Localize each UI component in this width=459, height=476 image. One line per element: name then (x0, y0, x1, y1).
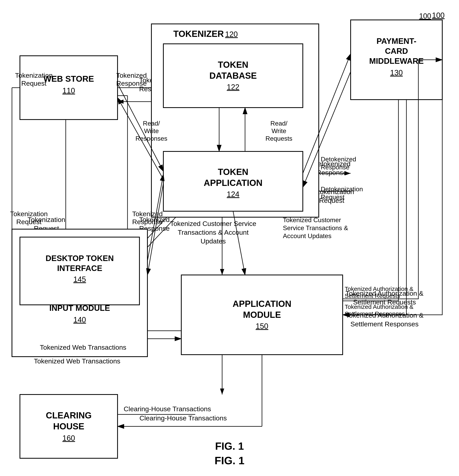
svg-text:Settlement Responses: Settlement Responses (345, 310, 405, 317)
svg-text:TOKENIZER: TOKENIZER (173, 29, 224, 39)
svg-text:Tokenized Web Transactions: Tokenized Web Transactions (40, 343, 126, 351)
svg-text:Read/: Read/ (270, 120, 288, 127)
svg-text:150: 150 (255, 322, 268, 330)
svg-text:PAYMENT-: PAYMENT- (376, 37, 416, 45)
svg-text:140: 140 (73, 316, 86, 324)
svg-text:Request: Request (21, 79, 47, 87)
svg-text:160: 160 (62, 434, 75, 442)
svg-text:Tokenized: Tokenized (132, 210, 162, 218)
svg-text:124: 124 (227, 190, 239, 198)
svg-text:Clearing-House Transactions: Clearing-House Transactions (139, 414, 227, 422)
svg-text:Tokenized: Tokenized (116, 72, 147, 79)
svg-text:Response: Response (116, 79, 147, 87)
svg-text:FIG. 1: FIG. 1 (214, 454, 245, 467)
svg-line-67 (233, 211, 245, 275)
svg-text:120: 120 (225, 30, 238, 38)
svg-text:Tokenized Authorization &: Tokenized Authorization & (345, 286, 413, 292)
svg-text:APPLICATION: APPLICATION (233, 299, 291, 309)
svg-text:Read/: Read/ (143, 120, 160, 127)
svg-text:145: 145 (73, 275, 86, 283)
svg-text:Request: Request (321, 194, 344, 201)
svg-text:Responses: Responses (136, 135, 167, 142)
svg-text:Tokenization: Tokenization (15, 72, 53, 79)
svg-text:Requests: Requests (265, 135, 292, 142)
svg-text:Detokenized: Detokenized (321, 156, 356, 163)
svg-text:130: 130 (390, 68, 403, 77)
svg-text:INPUT MODULE: INPUT MODULE (49, 304, 110, 312)
svg-text:Settlement Requests: Settlement Requests (345, 292, 400, 299)
svg-text:110: 110 (62, 86, 75, 95)
svg-text:CLEARING: CLEARING (46, 410, 92, 420)
svg-text:Tokenized Customer: Tokenized Customer (283, 216, 341, 224)
svg-text:MODULE: MODULE (243, 310, 281, 320)
svg-text:Tokenization: Tokenization (10, 210, 48, 218)
svg-text:DATABASE: DATABASE (209, 71, 257, 80)
svg-text:Response: Response (321, 164, 349, 171)
svg-text:DESKTOP TOKEN: DESKTOP TOKEN (46, 254, 114, 263)
svg-text:Request: Request (16, 218, 42, 226)
svg-text:INTERFACE: INTERFACE (57, 264, 102, 272)
svg-text:Response: Response (132, 218, 162, 226)
svg-text:Detokenization: Detokenization (321, 186, 363, 193)
svg-text:122: 122 (227, 83, 239, 91)
svg-text:TOKEN: TOKEN (218, 60, 248, 69)
svg-text:CARD: CARD (385, 47, 408, 55)
svg-text:APPLICATION: APPLICATION (204, 178, 263, 188)
svg-text:Account Updates: Account Updates (283, 232, 332, 239)
svg-text:MIDDLEWARE: MIDDLEWARE (369, 57, 424, 65)
svg-text:Service Transactions &: Service Transactions & (283, 224, 348, 231)
svg-text:TOKEN: TOKEN (218, 167, 248, 177)
svg-text:100: 100 (432, 11, 444, 19)
svg-text:HOUSE: HOUSE (53, 421, 84, 431)
svg-text:Write: Write (272, 127, 286, 135)
svg-text:Tokenized Authorization &: Tokenized Authorization & (345, 304, 413, 310)
svg-text:Write: Write (144, 127, 159, 135)
